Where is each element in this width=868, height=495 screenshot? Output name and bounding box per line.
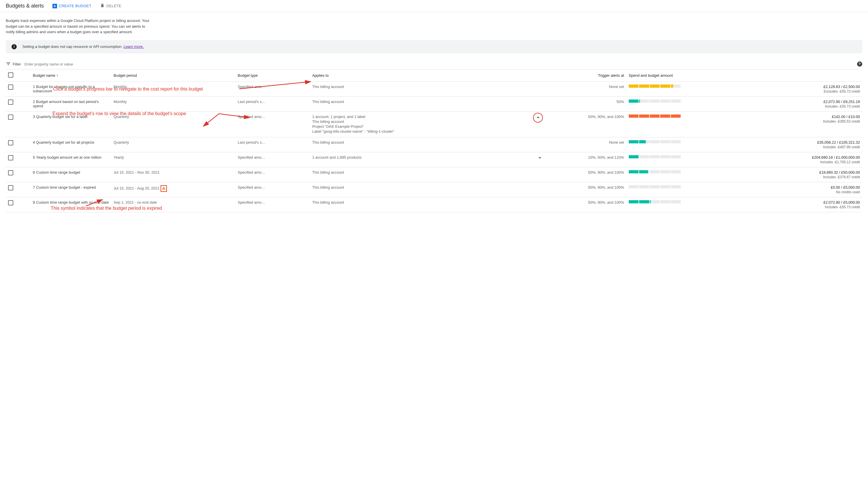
table-row: 7 Custom time range budget - expiredJul … xyxy=(6,182,862,197)
filter-text: Filter xyxy=(13,62,21,66)
amount-value: £2,128.63 / £2,500.00 xyxy=(753,85,860,89)
create-budget-button[interactable]: + CREATE BUDGET xyxy=(52,4,91,8)
row-checkbox[interactable] xyxy=(8,140,13,146)
progress-bar[interactable] xyxy=(629,115,680,118)
budget-period-cell: Quarterly xyxy=(111,137,235,152)
progress-cell xyxy=(626,112,751,137)
budget-period-cell: Yearly xyxy=(111,152,235,167)
progress-cell xyxy=(626,96,751,112)
table-row: 4 Quarterly budget set for all projectsQ… xyxy=(6,137,862,152)
progress-cell xyxy=(626,152,751,167)
table-row: 1 Budget for charges not specific to a s… xyxy=(6,81,862,96)
select-all-checkbox[interactable] xyxy=(8,72,13,78)
trigger-cell: 50%, 90%, and 100% xyxy=(546,182,626,197)
row-checkbox[interactable] xyxy=(8,185,13,190)
budget-type-cell: Specified amo… xyxy=(235,197,310,212)
credit-value: No credits used xyxy=(753,190,860,194)
col-name[interactable]: Budget name↑ xyxy=(31,69,111,81)
progress-bar[interactable] xyxy=(629,100,680,103)
chevron-up-icon: ⌃ xyxy=(536,116,540,122)
plus-icon: + xyxy=(52,4,57,8)
budget-period-cell: Sep 1, 2021 - no end date xyxy=(111,197,235,212)
budget-name-cell[interactable]: 2 Budget amount based on last period's s… xyxy=(31,96,111,112)
row-checkbox[interactable] xyxy=(8,100,13,105)
progress-cell xyxy=(626,197,751,212)
help-icon[interactable]: ? xyxy=(857,62,862,67)
col-type[interactable]: Budget type xyxy=(235,69,310,81)
collapse-row-button[interactable]: ⌃ xyxy=(533,113,543,123)
row-checkbox[interactable] xyxy=(8,155,13,160)
amount-cell: £204,690.18 / £1,000,000.00Includes -£1,… xyxy=(750,152,862,167)
budget-type-cell: Specified amo… xyxy=(235,112,310,137)
amount-value: £2,072.90 / £9,251.19 xyxy=(753,100,860,104)
budget-name-cell[interactable]: 1 Budget for charges not specific to a s… xyxy=(31,81,111,96)
table-row: 8 Custom time range budget with no end d… xyxy=(6,197,862,212)
amount-value: £142.00 / £10.00 xyxy=(753,115,860,119)
trash-icon xyxy=(100,3,105,8)
budget-type-cell: Specified amo… xyxy=(235,81,310,96)
progress-bar[interactable] xyxy=(629,85,680,88)
progress-bar[interactable] xyxy=(629,170,680,173)
progress-bar[interactable] xyxy=(629,155,680,158)
filter-input[interactable] xyxy=(24,61,862,68)
trigger-cell: None set xyxy=(546,137,626,152)
col-trigger[interactable]: Trigger alerts at xyxy=(546,69,626,81)
applies-to-cell: This billing account xyxy=(310,182,546,197)
budget-name-cell[interactable]: 8 Custom time range budget with no end d… xyxy=(31,197,111,212)
amount-cell: £35,058.22 / £105,321.32Includes -£487.9… xyxy=(750,137,862,152)
amount-cell: £0.00 / £5,000.00No credits used xyxy=(750,182,862,197)
col-spend[interactable]: Spend and budget amount xyxy=(626,69,751,81)
table-row: 6 Custom time range budgetJul 15, 2021 -… xyxy=(6,167,862,182)
budget-name-cell[interactable]: 5 Yearly budget amount set at one millio… xyxy=(31,152,111,167)
description-text: Budgets track expenses within a Google C… xyxy=(6,18,150,35)
amount-value: £204,690.18 / £1,000,000.00 xyxy=(753,155,860,159)
table-row: 5 Yearly budget amount set at one millio… xyxy=(6,152,862,167)
trigger-cell: 50% xyxy=(546,96,626,112)
trigger-cell: 50%, 90%, and 100% xyxy=(546,197,626,212)
expand-row-button[interactable]: ⌄ xyxy=(536,153,543,160)
progress-cell xyxy=(626,81,751,96)
budget-name-cell[interactable]: 7 Custom time range budget - expired xyxy=(31,182,111,197)
learn-more-link[interactable]: Learn more. xyxy=(124,45,144,49)
progress-cell xyxy=(626,167,751,182)
filter-label: Filter xyxy=(6,61,21,67)
credit-value: Includes -£1,705.12 credit xyxy=(753,160,860,164)
credit-value: Includes -£487.95 credit xyxy=(753,145,860,149)
budget-type-cell: Specified amo… xyxy=(235,167,310,182)
budget-name-cell[interactable]: 6 Custom time range budget xyxy=(31,167,111,182)
info-icon: i xyxy=(12,44,17,49)
amount-cell: £18,890.32 / £50,000.00Includes -£376.67… xyxy=(750,167,862,182)
amount-value: £0.00 / £5,000.00 xyxy=(753,185,860,189)
sort-arrow-icon: ↑ xyxy=(56,73,58,78)
filter-icon xyxy=(6,61,11,67)
progress-bar[interactable] xyxy=(629,200,680,203)
budget-period-cell: Jul 15, 2021 - Aug 20, 2021 xyxy=(111,182,235,197)
amount-cell: £142.00 / £10.00Includes -£365.53 credit xyxy=(750,112,862,137)
row-checkbox[interactable] xyxy=(8,115,13,120)
create-budget-label: CREATE BUDGET xyxy=(59,4,91,8)
row-checkbox[interactable] xyxy=(8,85,13,90)
trigger-cell: 50%, 90%, and 100% xyxy=(546,167,626,182)
progress-bar[interactable] xyxy=(629,185,680,188)
progress-bar[interactable] xyxy=(629,140,680,143)
credit-value: Excludes -£55.73 credit xyxy=(753,89,860,93)
applies-to-cell: This billing account xyxy=(310,197,546,212)
row-checkbox[interactable] xyxy=(8,170,13,175)
credit-value: Includes -£365.53 credit xyxy=(753,119,860,123)
credit-value: Includes -£55.73 credit xyxy=(753,104,860,108)
budget-name-cell[interactable]: 4 Quarterly budget set for all projects xyxy=(31,137,111,152)
row-checkbox[interactable] xyxy=(8,200,13,205)
applies-to-cell: 1 account, 1 project, and 1 labelThis bi… xyxy=(310,112,546,137)
applies-to-cell: This billing account xyxy=(310,167,546,182)
amount-cell: £2,128.63 / £2,500.00Excludes -£55.73 cr… xyxy=(750,81,862,96)
budget-name-cell[interactable]: 3 Quarterly budget set for a label xyxy=(31,112,111,137)
col-period[interactable]: Budget period xyxy=(111,69,235,81)
credit-value: Includes -£55.73 credit xyxy=(753,205,860,209)
budget-type-cell: Last period's s… xyxy=(235,137,310,152)
applies-to-cell: 1 account and 1,685 products⌄ xyxy=(310,152,546,167)
budget-period-cell: Monthly xyxy=(111,96,235,112)
col-applies[interactable]: Applies to xyxy=(310,69,546,81)
info-text: Setting a budget does not cap resource o… xyxy=(22,45,144,49)
delete-button[interactable]: DELETE xyxy=(100,3,121,8)
budget-period-cell: Quarterly xyxy=(111,112,235,137)
